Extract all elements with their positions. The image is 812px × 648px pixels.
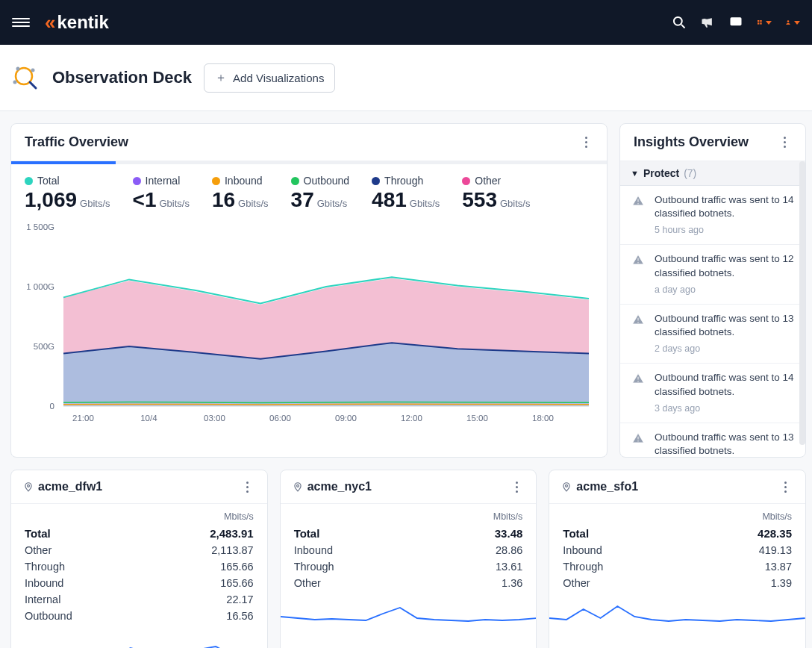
- row-label: Other: [25, 544, 51, 556]
- table-row: Total 428.35: [563, 525, 792, 542]
- metric-inbound[interactable]: Inbound 16Gbits/s: [212, 175, 269, 211]
- insight-item[interactable]: Outbound traffic was sent to 14 classifi…: [620, 364, 805, 423]
- row-value: 165.66: [220, 577, 253, 589]
- metric-unit: Gbits/s: [159, 198, 189, 209]
- metric-value: 481: [372, 188, 407, 211]
- insight-text: Outbound traffic was sent to 14 classifi…: [655, 371, 795, 398]
- card-menu-icon[interactable]: [778, 479, 793, 494]
- sparkline-chart: [549, 599, 805, 639]
- brand-name: kentik: [57, 12, 108, 33]
- card-menu-icon[interactable]: [578, 135, 593, 150]
- metric-other[interactable]: Other 553Gbits/s: [462, 175, 530, 211]
- metric-through[interactable]: Through 481Gbits/s: [372, 175, 440, 211]
- svg-point-28: [566, 485, 568, 487]
- messages-icon[interactable]: [728, 15, 743, 30]
- svg-line-1: [681, 25, 685, 28]
- site-name[interactable]: acme_dfw1: [38, 480, 102, 493]
- insights-group-count: (7): [684, 167, 696, 179]
- metric-total[interactable]: Total 1,069Gbits/s: [25, 175, 110, 211]
- row-value: 1.39: [771, 577, 792, 589]
- metric-outbound[interactable]: Outbound 37Gbits/s: [291, 175, 350, 211]
- row-value: 428.35: [758, 527, 792, 540]
- svg-point-11: [31, 69, 35, 72]
- traffic-tabbar[interactable]: [11, 161, 607, 164]
- row-value: 2,483.91: [210, 527, 253, 540]
- insights-group-header[interactable]: ▼ Protect (7): [620, 161, 805, 186]
- insight-text: Outbound traffic was sent to 13 classifi…: [655, 312, 795, 339]
- svg-point-10: [16, 67, 20, 71]
- card-menu-icon[interactable]: [509, 479, 524, 494]
- svg-rect-5: [758, 22, 759, 24]
- traffic-chart: 0500G1 000G1 500G21:0010/403:0006:0009:0…: [16, 219, 601, 429]
- svg-text:500G: 500G: [34, 342, 54, 351]
- site-name[interactable]: acme_nyc1: [307, 480, 372, 493]
- alert-triangle-icon: [631, 193, 646, 208]
- metric-value: 16: [212, 188, 235, 211]
- row-value: 2,113.87: [211, 544, 253, 556]
- svg-rect-4: [760, 20, 761, 22]
- card-menu-icon[interactable]: [777, 135, 792, 150]
- table-row: Other 1.36: [294, 575, 523, 591]
- insight-item[interactable]: Outbound traffic was sent to 14 classifi…: [620, 186, 805, 245]
- metric-value: 1,069: [25, 188, 77, 211]
- svg-point-27: [296, 485, 299, 487]
- metric-value: <1: [133, 188, 157, 211]
- insight-item[interactable]: Outbound traffic was sent to 13 classifi…: [620, 305, 805, 364]
- sparkline-chart: [11, 632, 267, 648]
- user-menu[interactable]: [785, 15, 800, 30]
- scrollbar[interactable]: [799, 161, 805, 445]
- search-icon[interactable]: [672, 15, 687, 30]
- card-menu-icon[interactable]: [240, 479, 255, 494]
- chevron-down-icon: ▼: [631, 169, 639, 178]
- table-row: Inbound 165.66: [25, 575, 254, 591]
- metric-internal[interactable]: Internal <1Gbits/s: [133, 175, 190, 211]
- insight-time: 3 days ago: [655, 403, 795, 414]
- svg-point-26: [28, 485, 30, 487]
- site-name[interactable]: acme_sfo1: [576, 480, 638, 493]
- metric-dot-icon: [291, 177, 299, 185]
- location-pin-icon: [23, 482, 34, 492]
- insights-overview-card: Insights Overview ▼ Protect (7) Outbound…: [619, 123, 806, 458]
- row-value: 13.61: [496, 561, 522, 573]
- row-value: 33.48: [495, 527, 523, 540]
- insight-time: 5 hours ago: [655, 225, 795, 235]
- svg-text:18:00: 18:00: [532, 414, 554, 423]
- metric-label: Total: [37, 175, 60, 187]
- row-label: Total: [563, 527, 589, 540]
- row-value: 1.36: [502, 577, 522, 589]
- table-row: Through 13.61: [294, 558, 523, 575]
- page-title: Observation Deck: [52, 68, 192, 87]
- insight-item[interactable]: Outbound traffic was sent to 12 classifi…: [620, 245, 805, 304]
- svg-text:21:00: 21:00: [72, 414, 94, 423]
- table-row: Inbound 419.13: [563, 542, 792, 558]
- insight-item[interactable]: Outbound traffic was sent to 13 classifi…: [620, 423, 805, 457]
- row-value: 28.86: [496, 544, 522, 556]
- observation-deck-icon: [10, 63, 40, 93]
- add-visualizations-button[interactable]: ＋ Add Visualizations: [204, 63, 335, 93]
- location-pin-icon: [293, 482, 303, 492]
- megaphone-icon[interactable]: [700, 15, 715, 30]
- svg-point-12: [13, 81, 17, 84]
- traffic-overview-card: Traffic Overview Total 1,069Gbits/s Inte…: [10, 123, 608, 458]
- apps-grid-icon[interactable]: [757, 15, 772, 30]
- row-value: 22.17: [226, 594, 253, 605]
- metric-unit: Gbits/s: [80, 198, 110, 209]
- alert-triangle-icon: [631, 431, 646, 446]
- table-row: Other 2,113.87: [25, 542, 254, 558]
- insight-time: a day ago: [655, 284, 795, 295]
- table-row: Internal 22.17: [25, 591, 254, 608]
- svg-text:0: 0: [50, 402, 54, 411]
- metric-label: Through: [384, 175, 423, 187]
- brand-logo[interactable]: « kentik: [45, 11, 109, 34]
- menu-icon[interactable]: [12, 13, 30, 31]
- metric-unit: Gbits/s: [238, 198, 268, 209]
- unit-label: Mbits/s: [25, 511, 254, 522]
- metric-unit: Gbits/s: [500, 198, 530, 209]
- traffic-overview-title: Traffic Overview: [25, 134, 128, 150]
- metric-label: Outbound: [304, 175, 350, 187]
- row-label: Outbound: [25, 610, 72, 622]
- row-label: Internal: [25, 594, 60, 605]
- row-label: Inbound: [25, 577, 63, 589]
- row-label: Other: [294, 577, 321, 589]
- table-row: Through 165.66: [25, 558, 254, 575]
